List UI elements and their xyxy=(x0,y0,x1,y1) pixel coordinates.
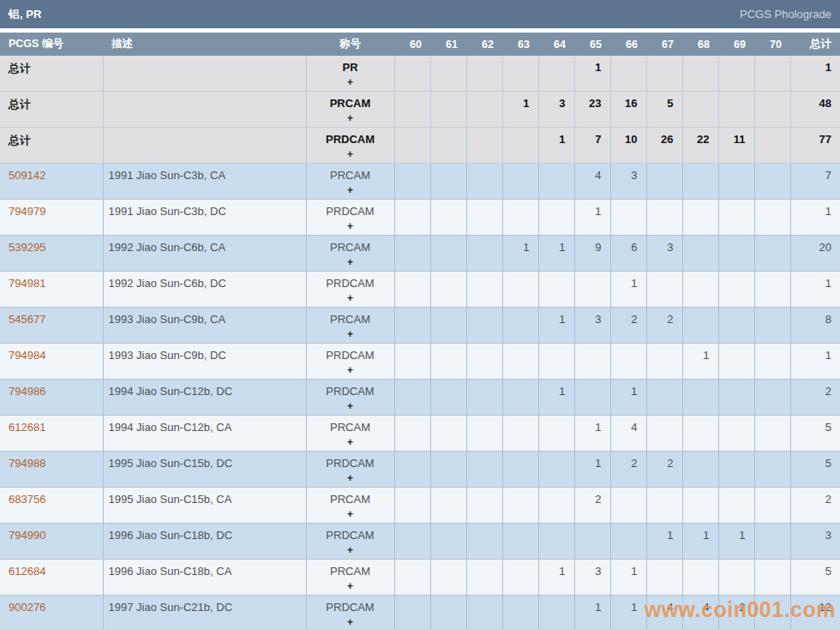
grade-62-cell xyxy=(466,92,502,128)
grade-62-cell xyxy=(466,596,502,629)
grade-67-cell xyxy=(646,380,682,416)
pcgs-number-link[interactable]: 794981 xyxy=(9,277,45,290)
grade-61-cell xyxy=(430,596,466,629)
grade-61-cell xyxy=(430,416,466,452)
total-cell: 48 xyxy=(790,92,840,128)
grade-68-cell xyxy=(682,92,718,128)
grade-63-cell xyxy=(502,560,538,596)
grade-61-cell xyxy=(430,128,466,164)
grade-60-cell xyxy=(394,92,430,128)
pcgs-number-link[interactable]: 794986 xyxy=(9,385,45,398)
grade-69-cell xyxy=(718,272,754,308)
grade-62-cell xyxy=(466,236,502,272)
grade-63-cell xyxy=(502,128,538,164)
pcgs-number-link[interactable]: 545677 xyxy=(9,313,45,326)
grade-66-cell: 1 xyxy=(610,380,646,416)
plus-label: + xyxy=(307,291,394,305)
grade-62-cell xyxy=(466,164,502,200)
grade-68-cell: 1 xyxy=(682,524,718,560)
pcgs-number-cell: 545677 xyxy=(0,308,103,344)
grade-62-cell xyxy=(466,524,502,560)
grade-63-cell xyxy=(502,56,538,92)
pcgs-number-cell: 794986 xyxy=(0,380,103,416)
grade-63-cell xyxy=(502,164,538,200)
pcgs-number-link[interactable]: 683756 xyxy=(9,493,45,506)
pcgs-number-cell: 总计 xyxy=(0,92,103,128)
designation-cell: PRCAM+ xyxy=(306,560,394,596)
grade-69-cell xyxy=(718,164,754,200)
grade-63-cell xyxy=(502,416,538,452)
table-row: 5091421991 Jiao Sun-C3b, CAPRCAM+437 xyxy=(0,164,840,200)
grade-61-cell xyxy=(430,488,466,524)
grade-68-cell xyxy=(682,236,718,272)
total-cell: 7 xyxy=(790,164,840,200)
pcgs-number-link[interactable]: 794990 xyxy=(9,529,45,542)
grade-64-cell xyxy=(538,416,574,452)
grade-62-cell xyxy=(466,416,502,452)
grade-69-cell xyxy=(718,344,754,380)
pcgs-number-cell: 总计 xyxy=(0,56,103,92)
total-cell: 12 xyxy=(790,596,840,629)
plus-label: + xyxy=(307,147,394,161)
pcgs-number-cell: 794988 xyxy=(0,452,103,488)
grade-69-cell: 11 xyxy=(718,128,754,164)
grade-70-cell xyxy=(754,560,790,596)
table-row: 7949811992 Jiao Sun-C6b, DCPRDCAM+11 xyxy=(0,272,840,308)
pcgs-number-link[interactable]: 612681 xyxy=(9,421,45,434)
grade-62-cell xyxy=(466,128,502,164)
total-cell: 1 xyxy=(790,56,840,92)
plus-label: + xyxy=(307,471,394,485)
pcgs-number-link[interactable]: 539295 xyxy=(9,241,45,254)
grade-69-cell xyxy=(718,236,754,272)
grade-66-cell: 2 xyxy=(610,308,646,344)
grade-64-cell xyxy=(538,200,574,236)
grade-61-cell xyxy=(430,452,466,488)
grade-69-cell xyxy=(718,416,754,452)
grade-67-cell: 2 xyxy=(646,308,682,344)
table-row: 9002761997 Jiao Sun-C21b, DCPRDCAM+11442… xyxy=(0,596,840,629)
grade-60-cell xyxy=(394,236,430,272)
grade-68-cell xyxy=(682,488,718,524)
grade-60-cell xyxy=(394,308,430,344)
grade-70-cell xyxy=(754,344,790,380)
grade-70-cell xyxy=(754,92,790,128)
pcgs-number-link[interactable]: 509142 xyxy=(9,169,45,182)
grade-66-cell: 4 xyxy=(610,416,646,452)
grade-61-cell xyxy=(430,92,466,128)
pcgs-number-link[interactable]: 794979 xyxy=(9,205,45,218)
grade-61-cell xyxy=(430,560,466,596)
description-cell: 1993 Jiao Sun-C9b, DC xyxy=(103,344,306,380)
grade-65-cell: 3 xyxy=(574,560,610,596)
table-row: 7949881995 Jiao Sun-C15b, DCPRDCAM+1225 xyxy=(0,452,840,488)
grade-60-cell xyxy=(394,452,430,488)
grade-67-cell: 5 xyxy=(646,92,682,128)
description-cell: 1992 Jiao Sun-C6b, CA xyxy=(103,236,306,272)
table-row: 7949841993 Jiao Sun-C9b, DCPRDCAM+11 xyxy=(0,344,840,380)
pcgs-number-link[interactable]: 794988 xyxy=(9,457,45,470)
description-cell xyxy=(103,56,306,92)
grade-69-cell xyxy=(718,92,754,128)
grade-60-cell xyxy=(394,56,430,92)
grade-63-cell xyxy=(502,308,538,344)
table-row: 5392951992 Jiao Sun-C6b, CAPRCAM+1196320 xyxy=(0,236,840,272)
total-cell: 1 xyxy=(790,344,840,380)
grade-66-cell: 6 xyxy=(610,236,646,272)
plus-label: + xyxy=(307,615,394,629)
grade-70-cell xyxy=(754,488,790,524)
grade-68-cell: 1 xyxy=(682,344,718,380)
pcgs-number-link[interactable]: 612684 xyxy=(9,565,45,578)
pcgs-number-link[interactable]: 900276 xyxy=(9,601,45,614)
grade-65-cell xyxy=(574,272,610,308)
grade-60-cell xyxy=(394,164,430,200)
title-bar: 铝, PR PCGS Pholograde xyxy=(0,0,840,28)
pcgs-number-link[interactable]: 794984 xyxy=(9,349,45,362)
grade-64-cell xyxy=(538,524,574,560)
grade-63-cell xyxy=(502,596,538,629)
designation-label: PRDCAM xyxy=(307,348,394,363)
grade-64-cell xyxy=(538,56,574,92)
grade-65-cell: 9 xyxy=(574,236,610,272)
grade-62-cell xyxy=(466,56,502,92)
grade-64-cell: 1 xyxy=(538,236,574,272)
designation-cell: PRDCAM+ xyxy=(306,200,394,236)
designation-cell: PRDCAM+ xyxy=(306,272,394,308)
